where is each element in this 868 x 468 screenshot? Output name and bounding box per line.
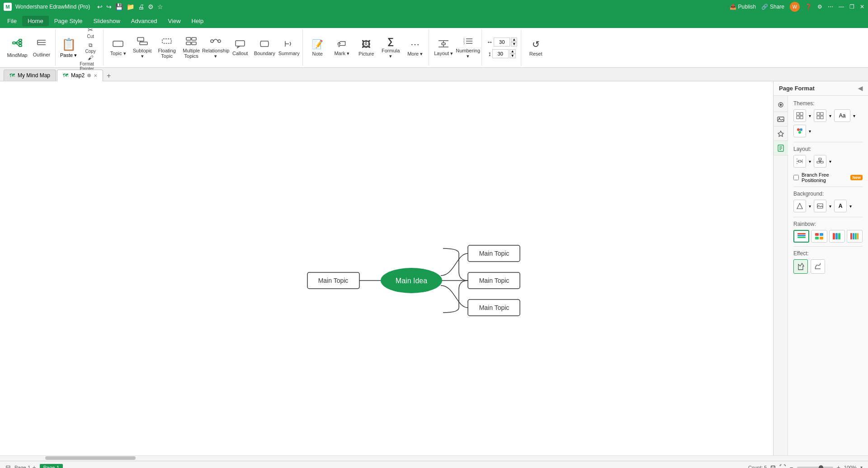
formula-button[interactable]: ∑ Formula ▾	[379, 32, 402, 64]
panel-collapse-icon[interactable]: ◀	[858, 85, 863, 92]
restore-button[interactable]: ❐	[849, 4, 854, 10]
bg-image-dropdown[interactable]: ▾	[829, 204, 831, 209]
rainbow-btn-1[interactable]	[793, 230, 809, 243]
menu-slideshow[interactable]: Slideshow	[88, 16, 126, 26]
undo-button[interactable]: ↩	[97, 3, 103, 10]
theme-grid-btn-1[interactable]	[793, 109, 806, 122]
canvas[interactable]: Main Topic Main Idea Main Topic Main Top…	[0, 81, 773, 455]
picture-button[interactable]: 🖼 Picture	[354, 32, 378, 64]
menu-home[interactable]: Home	[22, 16, 49, 26]
panel-icon-image[interactable]	[774, 112, 788, 126]
numbering-button[interactable]: 1 2 3 Numbering ▾	[456, 32, 480, 64]
star-button[interactable]: ☆	[157, 3, 163, 10]
zoom-dropdown-button[interactable]: ▾	[860, 465, 863, 468]
layout-label: Layout ▾	[434, 51, 453, 56]
share-button[interactable]: 🔗 Share	[761, 4, 784, 10]
zoom-slider[interactable]	[797, 467, 833, 468]
tab-map2[interactable]: 🗺 Map2 ✕	[57, 70, 103, 81]
boundary-button[interactable]: Boundary	[253, 32, 276, 64]
paste-button[interactable]: 📋 Paste ▾	[58, 37, 79, 59]
reset-button[interactable]: ↺ Reset	[524, 32, 547, 64]
cut-button[interactable]: ✂ Cut	[80, 25, 101, 40]
help-button[interactable]: ❓	[805, 4, 812, 10]
user-avatar[interactable]: W	[790, 2, 800, 12]
layout-org-btn[interactable]	[814, 155, 826, 168]
mindmap-button[interactable]: MindMap	[5, 32, 29, 64]
width-input[interactable]	[494, 37, 510, 47]
height-up-arrow[interactable]: ▲	[509, 49, 516, 54]
height-down-arrow[interactable]: ▼	[509, 54, 516, 58]
zoom-in-button[interactable]: +	[837, 464, 840, 468]
callout-button[interactable]: Callout	[228, 32, 252, 64]
layout-dropdown-arrow[interactable]: ▾	[809, 159, 811, 164]
theme-dropdown-arrow-4[interactable]: ▾	[809, 129, 811, 134]
summary-button[interactable]: Summary	[277, 32, 301, 64]
zoom-slider-thumb[interactable]	[819, 465, 823, 468]
save-button[interactable]: 💾	[115, 3, 123, 10]
subtopic-label: Subtopic ▾	[132, 48, 153, 59]
menu-file[interactable]: File	[2, 16, 22, 26]
multiple-topics-button[interactable]: Multiple Topics	[179, 32, 203, 64]
settings-button[interactable]: ⚙	[148, 3, 154, 10]
theme-dropdown-arrow-1[interactable]: ▾	[809, 113, 811, 118]
width-up-arrow[interactable]: ▲	[511, 37, 517, 42]
minimize-button[interactable]: —	[839, 4, 844, 10]
folder-button[interactable]: 📁	[127, 3, 134, 10]
theme-grid-btn-2[interactable]	[814, 109, 826, 122]
width-down-arrow[interactable]: ▼	[511, 42, 517, 47]
topic-button[interactable]: Topic ▾	[106, 32, 130, 64]
fit-button[interactable]: ⊡	[770, 464, 776, 468]
theme-dropdown-arrow-3[interactable]: ▾	[853, 113, 855, 118]
layout-mindmap-btn[interactable]	[793, 155, 806, 168]
zoom-out-button[interactable]: −	[789, 464, 793, 468]
publish-button[interactable]: 📤 Publish	[730, 4, 756, 10]
subtopic-button[interactable]: Subtopic ▾	[131, 32, 154, 64]
add-tab-button[interactable]: +	[104, 72, 113, 80]
layout-button[interactable]: Layout ▾	[432, 32, 455, 64]
outliner-button[interactable]: Outliner	[30, 32, 53, 64]
more-button[interactable]: ⋯ More ▾	[403, 32, 427, 64]
height-input[interactable]	[492, 49, 509, 58]
tab-my-mind-map[interactable]: 🗺 My Mind Map	[4, 70, 56, 81]
horizontal-scrollbar[interactable]	[0, 455, 868, 461]
panel-icon-page[interactable]	[774, 141, 788, 155]
menu-help[interactable]: Help	[186, 16, 209, 26]
panel-icon-effects[interactable]	[774, 126, 788, 141]
redo-button[interactable]: ↪	[106, 3, 112, 10]
format-painter-button[interactable]: 🖌 Format Painter	[80, 56, 101, 70]
settings-gear-icon[interactable]: ⚙	[817, 4, 822, 10]
bg-text-dropdown[interactable]: ▾	[849, 204, 852, 209]
bg-color-btn[interactable]	[793, 200, 806, 212]
bg-color-dropdown[interactable]: ▾	[809, 204, 811, 209]
menu-advanced[interactable]: Advanced	[126, 16, 163, 26]
fullscreen-button[interactable]: ⛶	[779, 464, 786, 468]
bg-image-btn[interactable]	[814, 200, 826, 212]
layout-org-dropdown-arrow[interactable]: ▾	[829, 159, 831, 164]
mark-button[interactable]: 🏷 Mark ▾	[330, 32, 354, 64]
close-button[interactable]: ✕	[860, 4, 864, 10]
add-page-button[interactable]: +	[32, 464, 36, 468]
menu-page-style[interactable]: Page Style	[49, 16, 88, 26]
tab-map2-close[interactable]: ✕	[94, 73, 97, 78]
scrollbar-thumb[interactable]	[45, 456, 136, 460]
rainbow-btn-3[interactable]	[829, 230, 845, 243]
menu-view[interactable]: View	[163, 16, 186, 26]
rainbow-btn-4[interactable]	[847, 230, 863, 243]
branch-free-checkbox[interactable]	[793, 175, 799, 180]
copy-button[interactable]: ⧉ Copy	[80, 41, 101, 55]
relationship-button[interactable]: Relationship ▾	[204, 32, 227, 64]
rainbow-btn-2[interactable]	[811, 230, 827, 243]
floating-topic-button[interactable]: Floating Topic	[155, 32, 179, 64]
theme-color-btn[interactable]	[793, 125, 806, 137]
effect-btn-2[interactable]	[811, 259, 825, 274]
theme-font-btn[interactable]: Aa	[834, 109, 850, 122]
note-button[interactable]: 📝 Note	[306, 32, 329, 64]
print-button[interactable]: 🖨	[138, 3, 144, 10]
effect-btn-1[interactable]	[793, 259, 808, 274]
theme-dropdown-arrow-2[interactable]: ▾	[829, 113, 831, 118]
bg-text-btn[interactable]: A	[834, 200, 847, 212]
panel-icon-style[interactable]	[774, 98, 788, 112]
current-page-badge[interactable]: Page-1	[40, 464, 63, 468]
branch-free-label: Branch Free Positioning	[802, 172, 848, 183]
more-options-icon[interactable]: ⋯	[828, 4, 833, 10]
